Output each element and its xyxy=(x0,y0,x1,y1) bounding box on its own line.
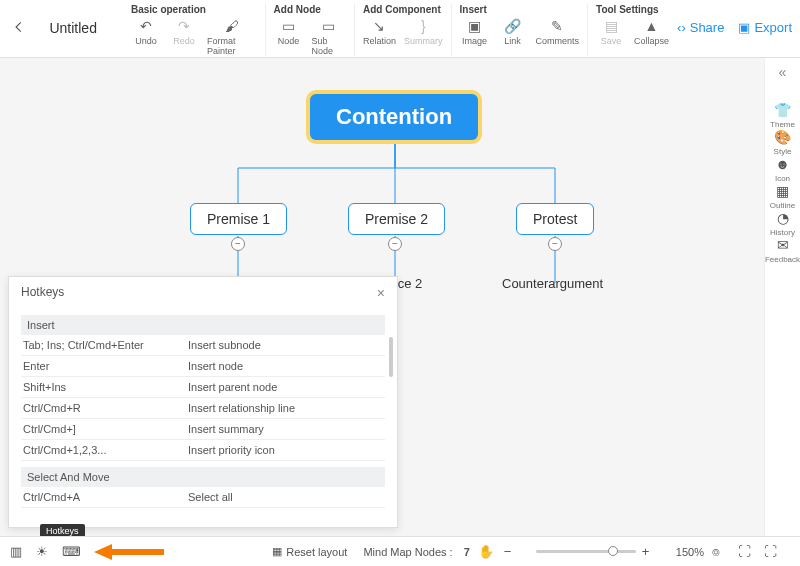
collapse-toggle[interactable]: − xyxy=(231,237,245,251)
child-node[interactable]: Protest xyxy=(516,203,594,235)
target-icon[interactable]: ⌾ xyxy=(712,544,728,560)
tool-label: Node xyxy=(278,36,300,46)
hotkey-section: Select And Move xyxy=(21,467,385,487)
link-icon: 🔗 xyxy=(504,17,522,35)
collapse-button[interactable]: ▲Collapse xyxy=(634,17,669,46)
hotkey-row: Ctrl/Cmd+RInsert relationship line xyxy=(21,398,385,419)
keyboard-icon[interactable]: ⌨ xyxy=(62,544,78,560)
fullscreen-icon[interactable]: ⛶ xyxy=(764,544,780,560)
comments-icon: ✎ xyxy=(548,17,566,35)
theme-icon: 👕 xyxy=(774,102,791,118)
share-icon: ‹› xyxy=(677,20,686,35)
sidebar-item-outline[interactable]: ▦Outline xyxy=(765,183,800,210)
hotkey-keys: Tab; Ins; Ctrl/Cmd+Enter xyxy=(23,339,188,351)
hotkeys-panel: Hotkeys × InsertTab; Ins; Ctrl/Cmd+Enter… xyxy=(8,276,398,528)
status-bar: ▥ ☀ ⌨ ▦Reset layout Mind Map Nodes : 7 ✋… xyxy=(0,536,800,566)
tool-label: Link xyxy=(504,36,521,46)
sidebar-item-theme[interactable]: 👕Theme xyxy=(765,102,800,129)
tool-label: Image xyxy=(462,36,487,46)
hotkey-desc: Select all xyxy=(188,491,383,503)
export-button[interactable]: ▣Export xyxy=(738,20,792,35)
tool-label: Relation xyxy=(363,36,396,46)
sidebar-item-icon[interactable]: ☻Icon xyxy=(765,156,800,183)
hotkey-section: Insert xyxy=(21,315,385,335)
child-node[interactable]: Premise 2 xyxy=(348,203,445,235)
export-icon: ▣ xyxy=(738,20,750,35)
hotkey-row: Ctrl/Cmd+1,2,3...Insert priority icon xyxy=(21,440,385,461)
node-button[interactable]: ▭Node xyxy=(274,17,304,56)
image-button[interactable]: ▣Image xyxy=(460,17,490,46)
tool-label: Undo xyxy=(135,36,157,46)
hotkey-keys: Ctrl/Cmd+1,2,3... xyxy=(23,444,188,456)
tool-label: Save xyxy=(601,36,622,46)
hotkeys-title: Hotkeys xyxy=(21,285,64,301)
save-button: ▤Save xyxy=(596,17,626,46)
sidebar-label: History xyxy=(770,228,795,237)
hand-icon[interactable]: ✋ xyxy=(478,544,494,560)
zoom-in-button[interactable]: + xyxy=(642,544,658,560)
hotkey-row: Tab; Ins; Ctrl/Cmd+EnterInsert subnode xyxy=(21,335,385,356)
group-label: Tool Settings xyxy=(596,4,669,15)
layout-icon[interactable]: ▥ xyxy=(10,544,26,560)
collapse-sidebar-icon[interactable]: « xyxy=(779,64,787,80)
brightness-icon[interactable]: ☀ xyxy=(36,544,52,560)
close-icon[interactable]: × xyxy=(377,285,385,301)
fit-icon[interactable]: ⛶ xyxy=(738,544,754,560)
comments-button[interactable]: ✎Comments xyxy=(536,17,580,46)
sidebar-item-style[interactable]: 🎨Style xyxy=(765,129,800,156)
group-label: Add Component xyxy=(363,4,443,15)
format-painter-button[interactable]: 🖌Format Painter xyxy=(207,17,257,56)
hotkey-keys: Ctrl/Cmd+A xyxy=(23,491,188,503)
tool-label: Format Painter xyxy=(207,36,257,56)
leaf-node[interactable]: Counterargument xyxy=(502,276,603,291)
subnode-button[interactable]: ▭Sub Node xyxy=(312,17,346,56)
zoom-slider[interactable] xyxy=(536,550,636,553)
summary-button: }Summary xyxy=(404,17,443,46)
sidebar-item-history[interactable]: ◔History xyxy=(765,210,800,237)
hotkey-desc: Insert summary xyxy=(188,423,383,435)
image-icon: ▣ xyxy=(466,17,484,35)
back-button[interactable] xyxy=(12,20,31,40)
style-icon: 🎨 xyxy=(774,129,791,145)
icon-icon: ☻ xyxy=(775,156,790,172)
root-node[interactable]: Contention xyxy=(310,94,478,140)
feedback-icon: ✉ xyxy=(777,237,789,253)
tool-label: Comments xyxy=(536,36,580,46)
relation-icon: ↘ xyxy=(370,17,388,35)
hotkey-desc: Insert subnode xyxy=(188,339,383,351)
group-label: Basic operation xyxy=(131,4,257,15)
hotkey-row: Ctrl/Cmd+]Insert summary xyxy=(21,419,385,440)
sidebar-label: Outline xyxy=(770,201,795,210)
tool-label: Summary xyxy=(404,36,443,46)
undo-icon: ↶ xyxy=(137,17,155,35)
top-toolbar: Untitled Basic operation↶Undo↷Redo🖌Forma… xyxy=(0,0,800,58)
sidebar-item-feedback[interactable]: ✉Feedback xyxy=(765,237,800,264)
zoom-out-button[interactable]: − xyxy=(504,544,520,560)
node-icon: ▭ xyxy=(280,17,298,35)
grid-icon: ▦ xyxy=(272,545,282,558)
zoom-level: 150% xyxy=(676,546,704,558)
sidebar-label: Icon xyxy=(775,174,790,183)
tool-label: Redo xyxy=(173,36,195,46)
relation-button[interactable]: ↘Relation xyxy=(363,17,396,46)
right-sidebar: « 👕Theme🎨Style☻Icon▦Outline◔History✉Feed… xyxy=(764,58,800,536)
document-title[interactable]: Untitled xyxy=(49,20,96,36)
sidebar-label: Style xyxy=(774,147,792,156)
collapse-toggle[interactable]: − xyxy=(548,237,562,251)
history-icon: ◔ xyxy=(777,210,789,226)
collapse-toggle[interactable]: − xyxy=(388,237,402,251)
share-button[interactable]: ‹›Share xyxy=(677,20,724,35)
subnode-icon: ▭ xyxy=(320,17,338,35)
group-label: Add Node xyxy=(274,4,346,15)
annotation-arrow xyxy=(94,545,174,559)
group-label: Insert xyxy=(460,4,580,15)
outline-icon: ▦ xyxy=(776,183,789,199)
child-node[interactable]: Premise 1 xyxy=(190,203,287,235)
hotkey-desc: Insert priority icon xyxy=(188,444,383,456)
link-button[interactable]: 🔗Link xyxy=(498,17,528,46)
scrollbar[interactable] xyxy=(389,337,393,377)
undo-button[interactable]: ↶Undo xyxy=(131,17,161,56)
reset-layout-button[interactable]: ▦Reset layout xyxy=(272,545,347,558)
hotkey-desc: Insert node xyxy=(188,360,383,372)
hotkey-row: EnterInsert node xyxy=(21,356,385,377)
